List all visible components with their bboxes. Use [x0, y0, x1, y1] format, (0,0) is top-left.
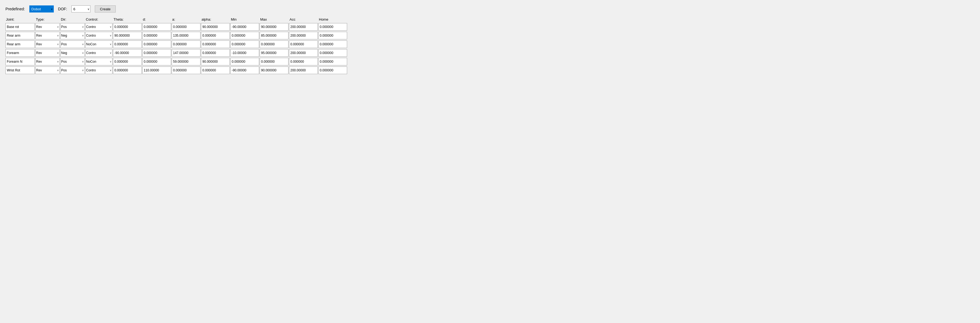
row-3-a-input[interactable] [172, 49, 200, 57]
table-row: Rear armRevPrisPosNegControNoCon [5, 40, 975, 48]
row-1-dir-select[interactable]: PosNeg [60, 32, 85, 40]
table-row: Rear armRevPrisPosNegControNoCon [5, 32, 975, 40]
header-d: d: [143, 17, 172, 21]
row-3-alpha-input[interactable] [201, 49, 230, 57]
row-5-dir-select[interactable]: PosNeg [60, 66, 85, 74]
header-min: Min [231, 17, 260, 21]
dof-select[interactable]: 3 4 5 6 7 [72, 5, 91, 13]
table-row: Forearm NRevPrisPosNegControNoCon [5, 58, 975, 65]
row-3-joint: Forearm [5, 49, 35, 57]
row-1-alpha-input[interactable] [201, 32, 230, 40]
row-1-max-input[interactable] [260, 32, 288, 40]
row-2-a-input[interactable] [172, 40, 200, 48]
table-row: Wrist RotRevPrisPosNegControNoCon [5, 66, 975, 74]
predefined-select[interactable]: Dobot UR3 UR5 UR10 Custom [29, 5, 54, 13]
row-2-theta-input[interactable] [113, 40, 142, 48]
row-2-d-input[interactable] [142, 40, 171, 48]
create-button[interactable]: Create [95, 5, 116, 13]
row-4-alpha-input[interactable] [201, 58, 230, 65]
row-0-home-input[interactable] [318, 23, 347, 31]
row-0-type-select[interactable]: RevPris [35, 23, 60, 31]
predefined-select-wrapper[interactable]: Dobot UR3 UR5 UR10 Custom [29, 5, 54, 13]
header-a: a: [172, 17, 202, 21]
row-1-min-input[interactable] [230, 32, 259, 40]
row-2-acc-input[interactable] [289, 40, 318, 48]
column-headers: Joint: Type: Dir: Control: Theta: d: a: … [5, 17, 975, 21]
dof-select-wrapper[interactable]: 3 4 5 6 7 [72, 5, 91, 13]
row-2-home-input[interactable] [318, 40, 347, 48]
row-3-acc-input[interactable] [289, 49, 318, 57]
row-0-theta-input[interactable] [113, 23, 142, 31]
row-1-theta-input[interactable] [113, 32, 142, 40]
row-3-control-select[interactable]: ControNoCon [85, 49, 113, 57]
row-4-d-input[interactable] [142, 58, 171, 65]
row-0-joint: Base rot [5, 23, 35, 31]
table-row: ForearmRevPrisPosNegControNoCon [5, 49, 975, 57]
row-3-min-input[interactable] [230, 49, 259, 57]
row-2-alpha-input[interactable] [201, 40, 230, 48]
row-0-a-input[interactable] [172, 23, 200, 31]
header-joint: Joint: [6, 17, 36, 21]
predefined-label: Predefined: [5, 7, 25, 11]
row-1-control-select[interactable]: ControNoCon [85, 32, 113, 40]
row-2-dir-select[interactable]: PosNeg [60, 40, 85, 48]
row-4-acc-input[interactable] [289, 58, 318, 65]
row-5-d-input[interactable] [142, 66, 171, 74]
row-1-a-input[interactable] [172, 32, 200, 40]
row-5-alpha-input[interactable] [201, 66, 230, 74]
rows-container: Base rotRevPrisPosNegControNoConRear arm… [5, 23, 975, 74]
row-3-dir-select[interactable]: PosNeg [60, 49, 85, 57]
row-1-d-input[interactable] [142, 32, 171, 40]
header-theta: Theta: [113, 17, 143, 21]
row-2-type-select[interactable]: RevPris [35, 40, 60, 48]
table-row: Base rotRevPrisPosNegControNoCon [5, 23, 975, 31]
row-0-acc-input[interactable] [289, 23, 318, 31]
row-4-a-input[interactable] [172, 58, 200, 65]
header-control: Control: [86, 17, 113, 21]
header-home: Home [319, 17, 348, 21]
row-0-d-input[interactable] [142, 23, 171, 31]
row-4-max-input[interactable] [260, 58, 288, 65]
row-4-type-select[interactable]: RevPris [35, 58, 60, 65]
top-bar: Predefined: Dobot UR3 UR5 UR10 Custom DO… [5, 5, 975, 13]
row-3-home-input[interactable] [318, 49, 347, 57]
row-5-acc-input[interactable] [289, 66, 318, 74]
row-4-joint: Forearm N [5, 58, 35, 65]
row-1-home-input[interactable] [318, 32, 347, 40]
row-4-dir-select[interactable]: PosNeg [60, 58, 85, 65]
row-5-theta-input[interactable] [113, 66, 142, 74]
row-0-alpha-input[interactable] [201, 23, 230, 31]
row-0-max-input[interactable] [260, 23, 288, 31]
header-acc: Acc [290, 17, 319, 21]
row-0-control-select[interactable]: ControNoCon [85, 23, 113, 31]
row-1-joint: Rear arm [5, 32, 35, 40]
row-5-control-select[interactable]: ControNoCon [85, 66, 113, 74]
header-dir: Dir: [61, 17, 86, 21]
row-2-max-input[interactable] [260, 40, 288, 48]
row-3-max-input[interactable] [260, 49, 288, 57]
row-3-theta-input[interactable] [113, 49, 142, 57]
row-1-type-select[interactable]: RevPris [35, 32, 60, 40]
row-5-a-input[interactable] [172, 66, 200, 74]
row-3-d-input[interactable] [142, 49, 171, 57]
dof-label: DOF: [58, 7, 67, 11]
row-0-min-input[interactable] [230, 23, 259, 31]
row-5-home-input[interactable] [318, 66, 347, 74]
row-5-max-input[interactable] [260, 66, 288, 74]
header-type: Type: [36, 17, 61, 21]
row-1-acc-input[interactable] [289, 32, 318, 40]
row-5-min-input[interactable] [230, 66, 259, 74]
row-4-theta-input[interactable] [113, 58, 142, 65]
row-0-dir-select[interactable]: PosNeg [60, 23, 85, 31]
row-5-type-select[interactable]: RevPris [35, 66, 60, 74]
row-4-home-input[interactable] [318, 58, 347, 65]
row-3-type-select[interactable]: RevPris [35, 49, 60, 57]
header-alpha: alpha: [202, 17, 231, 21]
row-2-joint: Rear arm [5, 40, 35, 48]
row-4-min-input[interactable] [230, 58, 259, 65]
row-2-control-select[interactable]: ControNoCon [85, 40, 113, 48]
row-4-control-select[interactable]: ControNoCon [85, 58, 113, 65]
header-max: Max [260, 17, 290, 21]
row-5-joint: Wrist Rot [5, 66, 35, 74]
row-2-min-input[interactable] [230, 40, 259, 48]
